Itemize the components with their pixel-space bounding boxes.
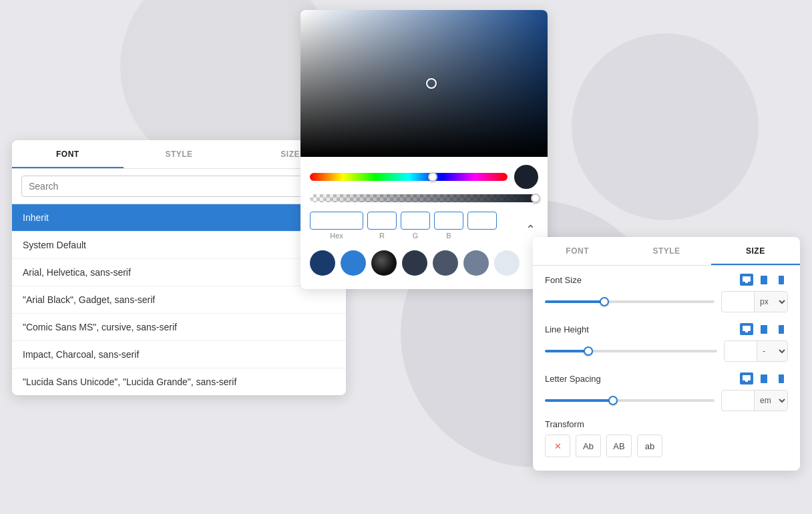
mobile-icon-lineheight[interactable] xyxy=(775,323,788,335)
svg-rect-6 xyxy=(743,326,751,331)
search-input[interactable] xyxy=(21,176,337,197)
desktop-icon-lineheight[interactable] xyxy=(740,323,753,335)
letter-spacing-section: Letter Spacing 1 empxrem xyxy=(533,364,800,414)
tablet-icon-lineheight[interactable] xyxy=(757,323,771,335)
line-height-value-box: 1.5 -pxem xyxy=(724,340,788,362)
tablet-icon-letterspacing[interactable] xyxy=(757,372,771,384)
font-list: Inherit System Default Arial, Helvetica,… xyxy=(12,204,346,395)
letter-spacing-label: Letter Spacing xyxy=(545,374,601,384)
opacity-thumb xyxy=(531,194,540,203)
swatch-globe[interactable] xyxy=(371,250,397,276)
svg-point-9 xyxy=(763,332,764,332)
size-panel: FONT STYLE SIZE Font Size xyxy=(533,237,800,471)
b-input-group: 44 B xyxy=(434,212,463,240)
swatch-slate[interactable] xyxy=(433,250,458,276)
device-icons-lineheight xyxy=(740,323,788,335)
swatch-dark-blue[interactable] xyxy=(310,250,335,276)
device-icons-fontsize xyxy=(740,274,788,286)
svg-point-11 xyxy=(781,332,781,332)
desktop-icon-letterspacing[interactable] xyxy=(740,372,753,384)
swatch-light-gray[interactable] xyxy=(494,250,520,276)
font-panel: FONT STYLE SIZE Inherit System Default A… xyxy=(12,140,346,395)
font-item-lucida[interactable]: "Lucida Sans Unicode", "Lucida Grande", … xyxy=(12,368,346,395)
g-input-group: 32 G xyxy=(401,212,430,240)
font-size-thumb xyxy=(600,297,609,306)
letter-spacing-control: 1 empxrem xyxy=(545,390,788,411)
mobile-icon-letterspacing[interactable] xyxy=(775,372,788,384)
size-tab-size[interactable]: SIZE xyxy=(711,237,800,265)
b-input[interactable]: 44 xyxy=(434,212,463,230)
svg-rect-7 xyxy=(745,331,748,332)
transform-capitalize-button[interactable]: Ab xyxy=(576,435,601,457)
swatch-dark-slate[interactable] xyxy=(402,250,427,276)
r-input[interactable]: 26 xyxy=(367,212,397,230)
r-input-group: 26 R xyxy=(367,212,397,240)
transform-clear-button[interactable]: ✕ xyxy=(545,435,570,457)
hex-input[interactable]: 1A202C xyxy=(310,212,363,230)
svg-rect-12 xyxy=(743,375,751,380)
opacity-row xyxy=(300,193,548,208)
letter-spacing-unit[interactable]: empxrem xyxy=(754,391,787,411)
svg-point-5 xyxy=(781,282,781,283)
tab-style[interactable]: STYLE xyxy=(124,140,235,168)
g-input[interactable]: 32 xyxy=(401,212,430,230)
font-size-slider[interactable] xyxy=(545,300,715,303)
g-label: G xyxy=(413,232,419,240)
color-swatches-row xyxy=(300,244,548,278)
svg-rect-13 xyxy=(745,380,748,382)
font-size-unit[interactable]: pxemrem% xyxy=(754,292,787,312)
hue-slider[interactable] xyxy=(310,173,508,181)
font-size-input[interactable]: 32 xyxy=(722,297,754,307)
hue-row xyxy=(300,157,548,193)
font-item-arial-black[interactable]: "Arial Black", Gadget, sans-serif xyxy=(12,286,346,314)
font-size-value-box: 32 pxemrem% xyxy=(721,291,788,312)
letter-spacing-input[interactable]: 1 xyxy=(722,396,754,406)
font-item-system[interactable]: System Default xyxy=(12,232,346,259)
tab-font[interactable]: FONT xyxy=(12,140,124,168)
r-label: R xyxy=(379,232,385,240)
svg-point-3 xyxy=(763,282,764,283)
opacity-slider[interactable] xyxy=(310,194,538,202)
desktop-icon-fontsize[interactable] xyxy=(740,274,753,286)
line-height-control: 1.5 -pxem xyxy=(545,340,788,362)
device-icons-letterspacing xyxy=(740,372,788,384)
letter-spacing-thumb xyxy=(608,396,618,405)
a-input-group: 1 xyxy=(467,212,497,240)
search-box xyxy=(12,169,346,204)
font-item-arial[interactable]: Arial, Helvetica, sans-serif xyxy=(12,259,346,286)
line-height-input[interactable]: 1.5 xyxy=(725,346,757,356)
font-size-header: Font Size xyxy=(545,274,788,286)
line-height-section: Line Height 1.5 -pxem xyxy=(533,315,800,364)
line-height-slider[interactable] xyxy=(545,350,717,352)
bg-decoration-3 xyxy=(572,33,759,220)
line-height-header: Line Height xyxy=(545,323,788,335)
color-gradient[interactable] xyxy=(300,10,548,157)
size-tab-style[interactable]: STYLE xyxy=(622,237,710,265)
color-preview-swatch xyxy=(514,165,538,189)
swatch-blue[interactable] xyxy=(341,250,366,276)
svg-point-17 xyxy=(781,381,781,382)
swatch-gray[interactable] xyxy=(463,250,489,276)
a-label xyxy=(481,232,483,240)
transform-uppercase-button[interactable]: AB xyxy=(606,435,632,457)
hex-label: Hex xyxy=(330,232,343,240)
color-inputs-row: 1A202C Hex 26 R 32 G 44 B 1 ⌃ xyxy=(300,208,548,244)
font-item-inherit[interactable]: Inherit xyxy=(12,204,346,232)
transform-lowercase-button[interactable]: ab xyxy=(637,435,662,457)
transform-label: Transform xyxy=(545,419,788,429)
line-height-label: Line Height xyxy=(545,324,589,334)
font-item-comic-sans[interactable]: "Comic Sans MS", cursive, sans-serif xyxy=(12,314,346,341)
color-panel: 1A202C Hex 26 R 32 G 44 B 1 ⌃ xyxy=(300,10,548,289)
tablet-icon-fontsize[interactable] xyxy=(757,274,771,286)
size-tabs: FONT STYLE SIZE xyxy=(533,237,800,266)
line-height-unit[interactable]: -pxem xyxy=(757,341,787,361)
size-tab-font[interactable]: FONT xyxy=(533,237,622,265)
svg-point-15 xyxy=(763,381,764,382)
mobile-icon-fontsize[interactable] xyxy=(775,274,788,286)
letter-spacing-slider[interactable] xyxy=(545,399,715,402)
font-item-impact[interactable]: Impact, Charcoal, sans-serif xyxy=(12,341,346,368)
a-input[interactable]: 1 xyxy=(467,212,497,230)
hue-thumb xyxy=(428,172,437,182)
font-size-label: Font Size xyxy=(545,275,582,285)
transform-section: Transform ✕ Ab AB ab xyxy=(533,414,800,460)
